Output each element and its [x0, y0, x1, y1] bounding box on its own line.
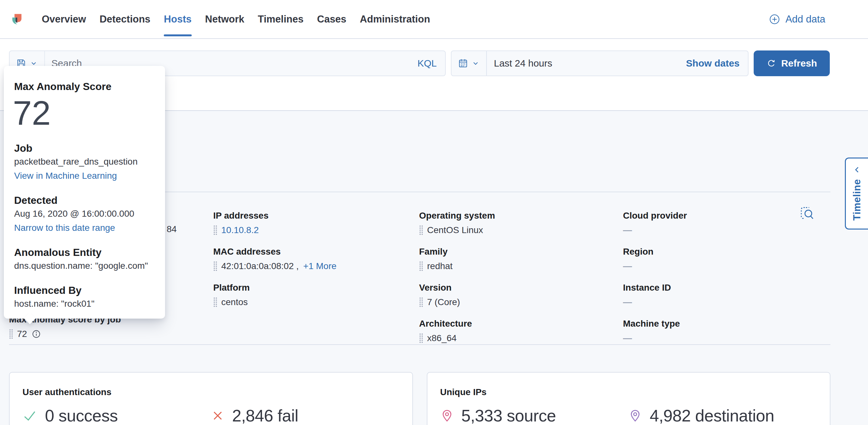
- kpi-cards-row: User authentications 0 success: [9, 372, 830, 425]
- show-dates-button[interactable]: Show dates: [686, 58, 748, 69]
- family-value: redhat: [427, 260, 453, 272]
- popover-entity-section: Anomalous Entity dns.question.name: "goo…: [14, 246, 155, 273]
- inspect-button[interactable]: [800, 206, 814, 222]
- os-value: CentOS Linux: [427, 224, 483, 236]
- field-label: Cloud provider: [623, 210, 830, 221]
- chevron-left-icon: [852, 165, 862, 175]
- add-data-button[interactable]: Add data: [769, 0, 825, 38]
- show-more-link[interactable]: +1 More: [303, 260, 337, 272]
- drag-handle[interactable]: [419, 225, 423, 235]
- overview-column-4: Cloud provider — Region — Instance ID —: [623, 210, 830, 354]
- field-architecture: Architecture x86_64: [419, 318, 623, 344]
- overview-column-2: IP addresses 10.10.8.2 MAC addresses 42:…: [213, 210, 419, 354]
- time-range-label[interactable]: Last 24 hours: [494, 58, 552, 69]
- info-icon[interactable]: [31, 329, 41, 339]
- destination-ips-value: 4,982 destination: [650, 406, 774, 425]
- security-hosts-page: Overview Detections Hosts Network Timeli…: [0, 0, 868, 425]
- timeline-toggle-button[interactable]: Timeline: [845, 158, 868, 230]
- ip-address-link[interactable]: 10.10.8.2: [221, 224, 259, 236]
- field-label: Version: [419, 282, 623, 293]
- job-title: Job: [14, 142, 155, 154]
- empty-value-dash: —: [623, 260, 632, 272]
- overview-column-3: Operating system CentOS Linux Family red…: [419, 210, 623, 354]
- nav-tab-network[interactable]: Network: [205, 0, 244, 38]
- field-label: MAC addresses: [213, 246, 419, 257]
- drag-handle[interactable]: [213, 297, 217, 307]
- field-platform: Platform centos: [213, 282, 419, 308]
- x-icon: [211, 409, 224, 422]
- architecture-value: x86_64: [427, 333, 457, 344]
- view-in-machine-learning-link[interactable]: View in Machine Learning: [14, 169, 155, 183]
- auth-fail-value: 2,846 fail: [232, 406, 298, 425]
- popover-influenced-section: Influenced By host.name: "rock01": [14, 284, 155, 311]
- influenced-by-title: Influenced By: [14, 284, 155, 297]
- detected-title: Detected: [14, 194, 155, 207]
- auth-success-value: 0 success: [45, 406, 118, 425]
- auth-fail-stat: 2,846 fail: [211, 406, 400, 425]
- refresh-label: Refresh: [781, 58, 817, 69]
- field-label: Platform: [213, 282, 419, 293]
- nav-tab-timelines[interactable]: Timelines: [258, 0, 304, 38]
- drag-handle[interactable]: [213, 261, 217, 271]
- add-data-label: Add data: [785, 13, 825, 25]
- map-pin-icon: [440, 408, 454, 423]
- field-label: IP addresses: [213, 210, 419, 221]
- popover-detected-section: Detected Aug 16, 2020 @ 16:00:00.000 Nar…: [14, 194, 155, 235]
- elastic-security-logo-icon: [8, 9, 28, 30]
- field-region: Region —: [623, 246, 830, 272]
- popover-score-title: Max Anomaly Score: [14, 80, 155, 93]
- card-title: Unique IPs: [440, 387, 817, 398]
- nav-tab-detections[interactable]: Detections: [99, 0, 150, 38]
- field-family: Family redhat: [419, 246, 623, 272]
- field-machine-type: Machine type —: [623, 318, 830, 344]
- nav-tab-cases[interactable]: Cases: [317, 0, 346, 38]
- anomalous-entity-title: Anomalous Entity: [14, 246, 155, 259]
- query-language-toggle[interactable]: KQL: [417, 58, 445, 69]
- platform-value: centos: [221, 296, 248, 308]
- field-label: Operating system: [419, 210, 623, 221]
- timeline-label: Timeline: [851, 179, 863, 221]
- field-label: Instance ID: [623, 282, 830, 293]
- field-cloud-provider: Cloud provider —: [623, 210, 830, 236]
- drag-handle[interactable]: [213, 225, 217, 235]
- field-version: Version 7 (Core): [419, 282, 623, 308]
- nav-tab-hosts[interactable]: Hosts: [164, 0, 191, 38]
- source-ips-value: 5,333 source: [461, 406, 556, 425]
- mac-address-value: 42:01:0a:0a:08:02 ,: [221, 260, 299, 272]
- anomaly-score-popover: Max Anomaly Score 72 Job packetbeat_rare…: [4, 66, 165, 319]
- field-instance-id: Instance ID —: [623, 282, 830, 308]
- empty-value-dash: —: [623, 296, 632, 308]
- drag-handle[interactable]: [419, 261, 423, 271]
- field-ip-addresses: IP addresses 10.10.8.2: [213, 210, 419, 236]
- nav-tab-administration[interactable]: Administration: [360, 0, 430, 38]
- field-label: Region: [623, 246, 830, 257]
- drag-handle[interactable]: [419, 333, 423, 343]
- narrow-date-range-link[interactable]: Narrow to this date range: [14, 221, 155, 235]
- popover-job-section: Job packetbeat_rare_dns_question View in…: [14, 142, 155, 183]
- drag-handle[interactable]: [419, 297, 423, 307]
- influenced-by-value: host.name: "rock01": [14, 297, 155, 311]
- drag-handle[interactable]: [9, 329, 13, 339]
- anomaly-score-value: 72: [17, 328, 27, 340]
- inspect-icon: [800, 206, 814, 222]
- version-value: 7 (Core): [427, 296, 460, 308]
- destination-ips-stat: 4,982 destination: [628, 406, 817, 425]
- empty-value-dash: —: [623, 224, 632, 236]
- field-label: Family: [419, 246, 623, 257]
- job-name: packetbeat_rare_dns_question: [14, 154, 155, 169]
- chevron-down-icon: [471, 59, 480, 67]
- unique-ips-card: Unique IPs 5,333 source: [427, 372, 831, 425]
- auth-success-stat: 0 success: [23, 406, 211, 425]
- popover-score-value: 72: [13, 95, 155, 131]
- source-ips-stat: 5,333 source: [440, 406, 629, 425]
- field-operating-system: Operating system CentOS Linux: [419, 210, 623, 236]
- date-picker-menu-button[interactable]: [452, 51, 487, 76]
- anomalous-entity-value: dns.question.name: "google.com": [14, 259, 155, 273]
- nav-tab-overview[interactable]: Overview: [42, 0, 86, 38]
- field-label: Machine type: [623, 318, 830, 329]
- refresh-button[interactable]: Refresh: [754, 51, 830, 76]
- main-nav: Overview Detections Hosts Network Timeli…: [42, 0, 430, 38]
- user-authentications-card: User authentications 0 success: [9, 372, 413, 425]
- empty-value-dash: —: [623, 333, 632, 344]
- check-icon: [23, 408, 37, 423]
